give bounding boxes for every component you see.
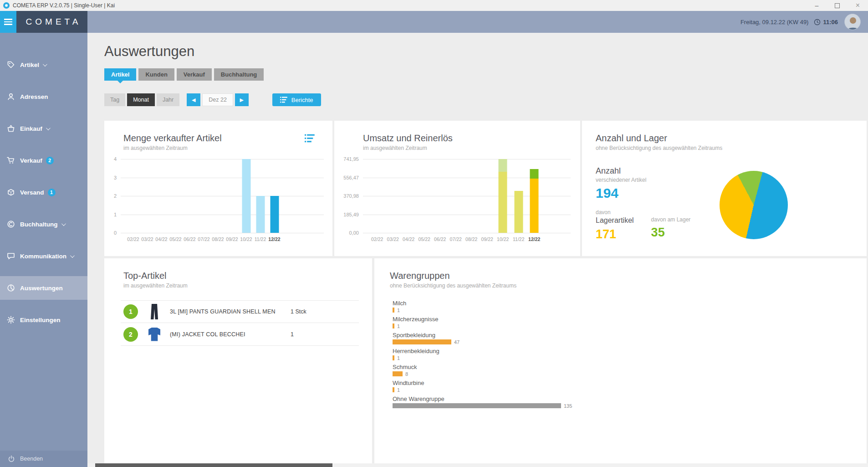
main-content: Auswertungen ArtikelKundenVerkaufBuchhal… <box>87 33 868 463</box>
bar <box>242 159 250 233</box>
previous-period-button[interactable] <box>187 93 200 106</box>
warengruppe-value: 47 <box>454 339 460 345</box>
chart-column: 11/22 <box>511 159 527 233</box>
period-mode-monat[interactable]: Monat <box>127 93 155 106</box>
report-icon[interactable] <box>305 134 315 143</box>
warengruppe-label: Milch <box>393 300 848 307</box>
tab-buchhaltung[interactable]: Buchhaltung <box>214 68 264 81</box>
sidebar-item-einstellungen[interactable]: Einstellungen <box>0 308 87 332</box>
minimize-button[interactable] <box>807 0 827 11</box>
warengruppe-value: 1 <box>397 323 400 329</box>
x-axis-label: 03/22 <box>387 236 399 242</box>
sidebar-item-artikel[interactable]: Artikel <box>0 53 87 77</box>
window-title: COMETA ERP V.2.0.75 | Single-User | Kai <box>13 2 115 9</box>
chevron-down-icon <box>43 62 47 67</box>
x-axis-label: 08/22 <box>212 236 224 242</box>
top-artikel-list: 1 3L [MI] PANTS GUARDIAN SHELL MEN 1 Stc… <box>121 300 359 346</box>
y-axis-label: 2 <box>114 193 117 199</box>
sidebar-item-label: Einkauf <box>20 125 42 132</box>
anzahl-stats: Anzahl verschiedener Artikel 194 davon L… <box>596 166 690 241</box>
report-list-icon <box>280 97 287 103</box>
period-filter-bar: TagMonatJahr Dez 22 Berichte <box>104 93 868 106</box>
chevron-down-icon <box>61 221 66 226</box>
period-modes: TagMonatJahr <box>104 93 181 106</box>
sidebar-item-versand[interactable]: Versand 1 <box>0 180 87 204</box>
list-item[interactable]: 1 3L [MI] PANTS GUARDIAN SHELL MEN 1 Stc… <box>121 300 359 323</box>
x-axis-label: 03/22 <box>141 236 153 242</box>
x-axis-label: 05/22 <box>169 236 181 242</box>
period-mode-jahr[interactable]: Jahr <box>157 93 179 106</box>
sidebar-item-auswertungen[interactable]: Auswertungen <box>0 276 87 300</box>
davon-label: davon <box>596 209 634 216</box>
y-axis-label: 0 <box>114 230 117 236</box>
y-axis-label: 741,95 <box>343 156 359 162</box>
warengruppe-row: Sportbekleidung 47 <box>393 332 848 344</box>
x-axis-label: 02/22 <box>127 236 139 242</box>
chevron-down-icon <box>46 126 51 130</box>
chart-column: 09/22 <box>225 159 239 233</box>
warengruppe-label: Ohne Warengruppe <box>393 396 848 402</box>
tab-kunden[interactable]: Kunden <box>138 68 174 81</box>
x-axis-label: 11/22 <box>513 236 525 242</box>
bar-segment <box>530 179 539 233</box>
warengruppe-value: 1 <box>397 387 400 393</box>
tabs: ArtikelKundenVerkaufBuchhaltung <box>104 68 868 81</box>
sidebar-item-kommunikation[interactable]: Kommunikation <box>0 244 87 268</box>
x-axis-label: 07/22 <box>450 236 462 242</box>
chart-column: 12/22 <box>267 159 281 233</box>
chart-column: 07/22 <box>448 159 464 233</box>
reports-button[interactable]: Berichte <box>272 93 321 106</box>
card-top-artikel: Top-Artikel im ausgewählten Zeitraum 1 3… <box>104 258 372 463</box>
x-axis-label: 11/22 <box>255 236 266 242</box>
x-axis-label: 04/22 <box>155 236 167 242</box>
chart-column: 04/22 <box>154 159 168 233</box>
card-menge-verkaufter-artikel: Menge verkaufter Artikel im ausgewählten… <box>104 121 332 256</box>
tab-artikel[interactable]: Artikel <box>104 68 136 81</box>
x-axis-label: 08/22 <box>465 236 477 242</box>
am-lager-value: 35 <box>651 226 691 240</box>
tab-verkauf[interactable]: Verkauf <box>177 68 212 81</box>
rank-badge: 1 <box>123 304 138 319</box>
hamburger-menu-button[interactable] <box>0 11 16 33</box>
sidebar-item-verkauf[interactable]: Verkauf 2 <box>0 149 87 172</box>
chart-column: 05/22 <box>417 159 433 233</box>
warengruppe-label: Sportbekleidung <box>393 332 848 339</box>
warengruppe-value: 1 <box>397 355 400 361</box>
logout-button[interactable]: Beenden <box>0 451 87 467</box>
warengruppe-row: Milch 1 <box>393 300 848 313</box>
close-button[interactable] <box>848 0 868 11</box>
period-display[interactable]: Dez 22 <box>202 93 233 106</box>
card-title: Anzahl und Lager <box>596 133 722 144</box>
warengruppe-bar <box>393 355 394 360</box>
power-icon <box>8 455 15 462</box>
product-quantity: 1 <box>291 331 359 338</box>
bar <box>270 196 279 233</box>
warengruppe-row: Milcherzeugnisse 1 <box>393 316 848 328</box>
sidebar-item-label: Auswertungen <box>20 285 63 292</box>
product-name: 3L [MI] PANTS GUARDIAN SHELL MEN <box>170 308 291 315</box>
horizontal-scrollbar[interactable] <box>87 463 868 467</box>
scrollbar-thumb[interactable] <box>95 463 332 467</box>
bar-segment <box>499 159 507 172</box>
anzahl-pie-chart <box>720 171 788 239</box>
bar <box>256 196 265 233</box>
chart-column: 07/22 <box>197 159 211 233</box>
warengruppe-value: 135 <box>564 403 572 409</box>
list-item[interactable]: 2 (MI) JACKET COL BECCHEI 1 <box>121 323 359 346</box>
sidebar-item-buchhaltung[interactable]: Buchhaltung <box>0 212 87 236</box>
x-axis-label: 10/22 <box>497 236 509 242</box>
y-axis-label: 185,49 <box>343 212 359 217</box>
next-period-button[interactable] <box>235 93 249 106</box>
x-axis-label: 02/22 <box>371 236 383 242</box>
sidebar-item-einkauf[interactable]: Einkauf <box>0 117 87 140</box>
brand-logo: COMETA <box>16 11 87 33</box>
chart-column: 12/22 <box>526 159 542 233</box>
period-mode-tag[interactable]: Tag <box>104 93 125 106</box>
chat-icon <box>7 252 15 260</box>
sidebar-item-label: Adressen <box>20 93 48 100</box>
maximize-button[interactable] <box>827 0 848 11</box>
gear-icon <box>7 316 15 324</box>
bar-segment <box>499 172 507 233</box>
user-avatar[interactable] <box>844 14 861 30</box>
sidebar-item-adressen[interactable]: Adressen <box>0 85 87 108</box>
